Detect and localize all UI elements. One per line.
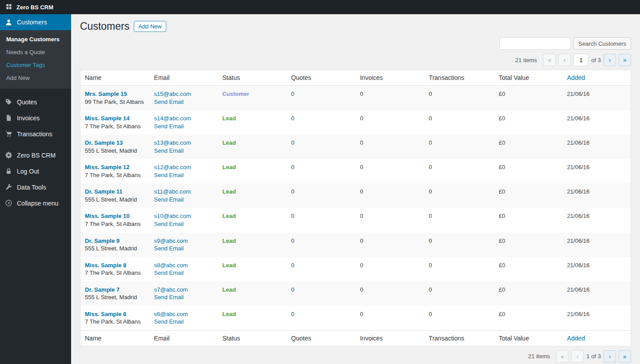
customer-name-link[interactable]: Miss. Sample 6 (85, 311, 126, 317)
pagination-bottom: 21 items « ‹ 1 of 3 › » (80, 350, 631, 363)
search-input[interactable] (500, 37, 571, 50)
sidebar-item-quotes[interactable]: Quotes (0, 94, 71, 110)
zbs-logo-icon[interactable] (5, 3, 13, 11)
email-cell: s10@abc.comSend Email (150, 208, 218, 232)
customer-name-link[interactable]: Miss. Sample 10 (85, 213, 129, 219)
customer-name-link[interactable]: Dr. Sample 11 (85, 188, 123, 195)
sidebar-item-data-tools[interactable]: Data Tools (0, 179, 71, 195)
email-cell: s7@abc.comSend Email (150, 281, 218, 306)
name-cell: Mrs. Sample 1599 The Park, St Albans (80, 86, 150, 111)
added-cell: 21/06/16 (563, 208, 631, 232)
sidebar-item-zero-bs-crm[interactable]: Zero BS CRM (0, 147, 71, 163)
add-new-button[interactable]: Add New (134, 21, 166, 32)
search-customers-button[interactable]: Search Customers (573, 37, 631, 50)
sidebar-item-invoices[interactable]: Invoices (0, 110, 71, 126)
sidebar-item-log-out[interactable]: Log Out (0, 163, 71, 179)
send-email-link[interactable]: Send Email (154, 172, 184, 178)
send-email-link[interactable]: Send Email (154, 147, 184, 154)
send-email-link[interactable]: Send Email (154, 123, 184, 130)
status-badge: Lead (222, 262, 236, 269)
total-value-cell: £0 (494, 306, 563, 331)
quotes-cell: 0 (287, 281, 356, 306)
sidebar-item-manage-customers[interactable]: Manage Customers (0, 33, 71, 46)
email-link[interactable]: s10@abc.com (154, 213, 191, 219)
customer-row: Miss. Sample 87 The Park, St Albanss8@ab… (80, 257, 631, 281)
status-badge: Lead (222, 286, 236, 293)
invoices-cell: 0 (356, 306, 424, 331)
column-header-total-value: Total Value (494, 330, 563, 346)
send-email-link[interactable]: Send Email (154, 318, 184, 325)
email-link[interactable]: s13@abc.com (154, 139, 191, 146)
customer-address: 99 The Park, St Albans (85, 98, 145, 106)
customer-row: Miss. Sample 107 The Park, St Albanss10@… (80, 208, 631, 232)
send-email-link[interactable]: Send Email (154, 221, 184, 227)
send-email-link[interactable]: Send Email (154, 99, 184, 105)
added-cell: 21/06/16 (563, 159, 631, 183)
search-row: Search Customers (80, 37, 631, 50)
sidebar-item-needs-a-quote[interactable]: Needs a Quote (0, 46, 71, 59)
customer-address: 7 The Park, St Albans (85, 269, 145, 277)
next-page-button[interactable]: › (604, 54, 616, 66)
sidebar-item-transactions[interactable]: Transactions (0, 126, 71, 142)
customer-name-link[interactable]: Dr. Sample 13 (85, 139, 123, 146)
added-cell: 21/06/16 (563, 281, 631, 306)
email-link[interactable]: s6@abc.com (154, 311, 188, 317)
sidebar-item-label: Invoices (17, 115, 40, 122)
email-link[interactable]: s7@abc.com (154, 286, 188, 293)
person-icon (4, 18, 13, 27)
customer-name-link[interactable]: Mrs. Sample 15 (85, 91, 127, 97)
quotes-cell: 0 (287, 183, 356, 208)
customer-name-link[interactable]: Miss. Sample 14 (85, 115, 129, 122)
status-cell: Lead (218, 306, 287, 331)
send-email-link[interactable]: Send Email (154, 245, 184, 252)
prev-page-button[interactable]: ‹ (558, 54, 571, 66)
sidebar-item-label: Quotes (17, 99, 37, 106)
quotes-cell: 0 (287, 257, 356, 281)
first-page-button[interactable]: « (543, 54, 556, 66)
invoices-cell: 0 (356, 257, 424, 281)
email-link[interactable]: s15@abc.com (154, 91, 191, 97)
sidebar-item-collapse-menu[interactable]: Collapse menu (0, 195, 71, 211)
sidebar-item-add-new[interactable]: Add New (0, 72, 71, 85)
send-email-link[interactable]: Send Email (154, 269, 184, 276)
last-page-button[interactable]: » (619, 350, 631, 363)
sidebar-item-label: Collapse menu (17, 200, 58, 207)
prev-page-button[interactable]: ‹ (571, 350, 584, 363)
total-value-cell: £0 (494, 159, 563, 183)
column-header-name: Name (80, 330, 150, 346)
name-cell: Miss. Sample 127 The Park, St Albans (80, 159, 150, 183)
invoices-cell: 0 (356, 183, 424, 208)
admin-bar-title[interactable]: Zero BS CRM (16, 4, 53, 11)
email-link[interactable]: s14@abc.com (154, 115, 191, 122)
table-body: Mrs. Sample 1599 The Park, St Albanss15@… (80, 86, 631, 331)
invoices-cell: 0 (356, 233, 424, 257)
email-cell: s6@abc.comSend Email (150, 306, 218, 331)
sidebar-item-label: Zero BS CRM (17, 152, 56, 159)
send-email-link[interactable]: Send Email (154, 294, 184, 301)
email-link[interactable]: s11@abc.com (154, 188, 191, 195)
column-header-added[interactable]: Added (563, 70, 631, 86)
send-email-link[interactable]: Send Email (154, 196, 184, 203)
first-page-button[interactable]: « (556, 350, 568, 363)
status-badge: Customer (222, 91, 249, 97)
status-badge: Lead (222, 311, 236, 317)
sidebar-item-customer-tags[interactable]: Customer Tags (0, 59, 71, 72)
column-header-added[interactable]: Added (563, 330, 631, 346)
current-page-input[interactable] (573, 54, 588, 66)
sidebar-item-customers[interactable]: Customers (0, 14, 71, 30)
customer-name-link[interactable]: Dr. Sample 7 (85, 286, 120, 293)
email-link[interactable]: s12@abc.com (154, 164, 191, 170)
customer-name-link[interactable]: Dr. Sample 9 (85, 237, 120, 244)
next-page-button[interactable]: › (604, 350, 616, 363)
invoices-cell: 0 (356, 281, 424, 306)
customer-name-link[interactable]: Miss. Sample 12 (85, 164, 129, 170)
cart-icon (4, 130, 13, 138)
quotes-cell: 0 (287, 135, 356, 159)
transactions-cell: 0 (424, 110, 494, 135)
email-link[interactable]: s9@abc.com (154, 237, 188, 244)
email-cell: s12@abc.comSend Email (150, 159, 218, 183)
email-link[interactable]: s8@abc.com (154, 262, 188, 269)
status-badge: Lead (222, 213, 236, 219)
last-page-button[interactable]: » (619, 54, 631, 66)
customer-name-link[interactable]: Miss. Sample 8 (85, 262, 126, 269)
